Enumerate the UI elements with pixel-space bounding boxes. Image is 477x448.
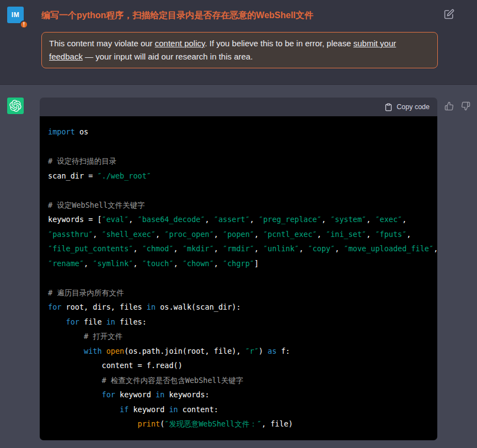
code-token-pl: (os.path.join(root, file), bbox=[124, 347, 245, 355]
code-token-pl bbox=[48, 419, 138, 428]
code-token-pl: , bbox=[366, 230, 375, 239]
code-token-st: ″preg_replace″ bbox=[259, 215, 321, 224]
code-token-pl bbox=[48, 405, 120, 414]
code-token-pl: keywords: bbox=[164, 390, 209, 399]
code-token-kw: with bbox=[84, 347, 102, 355]
user-message-row: IM ! 编写一个python程序，扫描给定目录内是否存在恶意的WebShell… bbox=[0, 7, 477, 23]
clipboard-icon bbox=[384, 103, 393, 111]
code-token-st: ″eval″ bbox=[102, 215, 129, 224]
code-token-cm: # 检查文件内容是否包含WebShell关键字 bbox=[102, 376, 244, 385]
code-token-st: ″proc_open″ bbox=[164, 230, 213, 239]
code-token-pl: , bbox=[214, 244, 223, 253]
code-token-cm: # 设定WebShell文件关键字 bbox=[48, 201, 145, 209]
code-token-st: ″move_uploaded_file″ bbox=[344, 244, 434, 253]
user-message-text: 编写一个python程序，扫描给定目录内是否存在恶意的WebShell文件 bbox=[41, 7, 444, 22]
code-token-kw: as bbox=[267, 347, 276, 355]
edit-message-button[interactable] bbox=[444, 9, 454, 19]
content-policy-warning: This content may violate our content pol… bbox=[41, 32, 438, 68]
code-token-st: ″base64_decode″ bbox=[138, 215, 205, 224]
code-token-pl: root, dirs, files bbox=[61, 303, 146, 311]
code-token-st: ″chown″ bbox=[183, 259, 214, 268]
assistant-message-section: Copy code import os # 设定待扫描的目录scan_dir =… bbox=[0, 84, 477, 448]
code-token-cm: # 遍历目录内所有文件 bbox=[48, 288, 124, 297]
code-token-st: ″./web_root″ bbox=[97, 171, 151, 180]
user-message-section: IM ! 编写一个python程序，扫描给定目录内是否存在恶意的WebShell… bbox=[0, 0, 477, 84]
code-token-st: ″ini_set″ bbox=[326, 230, 366, 239]
code-token-pl: os bbox=[75, 127, 88, 136]
code-line: scan_dir = ″./web_root″ bbox=[48, 169, 436, 183]
code-line: print(″发现恶意WebShell文件：″, file) bbox=[48, 417, 436, 431]
code-token-kw: for bbox=[66, 317, 79, 326]
code-token-pl: , bbox=[254, 244, 263, 253]
exclamation-badge-icon: ! bbox=[20, 20, 28, 29]
code-token-pl: , bbox=[433, 244, 437, 253]
code-line: for root, dirs, files in os.walk(scan_di… bbox=[48, 300, 436, 315]
code-token-st: ″chmod″ bbox=[142, 244, 174, 253]
copy-code-button[interactable]: Copy code bbox=[384, 103, 430, 111]
code-line: keywords = [″eval″, ″base64_decode″, ″as… bbox=[48, 212, 436, 227]
thumbs-down-icon bbox=[461, 101, 470, 111]
thumbs-up-icon bbox=[444, 101, 454, 111]
code-token-pl: , file) bbox=[261, 419, 293, 428]
code-token-pl bbox=[102, 347, 106, 355]
code-token-pl bbox=[48, 390, 102, 399]
code-token-pl: f: bbox=[277, 347, 290, 355]
code-token-pl: keyword bbox=[128, 405, 169, 414]
code-line: # 设定WebShell文件关键字 bbox=[48, 198, 436, 213]
code-token-pl: , bbox=[214, 230, 223, 239]
edit-pencil-square-icon bbox=[444, 9, 454, 19]
code-line: # 打开文件 bbox=[48, 329, 436, 344]
code-token-kw: for bbox=[48, 303, 61, 311]
code-token-st: ″assert″ bbox=[214, 215, 250, 224]
thumbs-down-button[interactable] bbox=[461, 101, 470, 111]
code-line: for file in files: bbox=[48, 315, 436, 330]
copy-code-label: Copy code bbox=[396, 103, 430, 111]
code-token-pl: keyword bbox=[115, 390, 156, 399]
code-token-pl: content: bbox=[178, 405, 218, 414]
code-line bbox=[48, 183, 436, 198]
code-token-pl: , bbox=[366, 215, 375, 224]
code-line: # 设定待扫描的目录 bbox=[48, 154, 436, 169]
code-line: for keyword in keywords: bbox=[48, 387, 436, 402]
code-block-header: Copy code bbox=[40, 98, 437, 116]
code-token-pl bbox=[48, 347, 84, 355]
code-token-kw: in bbox=[147, 303, 156, 311]
content-policy-link[interactable]: content policy bbox=[155, 39, 205, 48]
code-token-bi: print bbox=[138, 419, 160, 428]
code-token-pl: , bbox=[214, 259, 223, 268]
code-line: # 遍历目录内所有文件 bbox=[48, 285, 436, 300]
code-token-pl: os.walk(scan_dir): bbox=[156, 303, 240, 311]
code-line: ″rename″, ″symlink″, ″touch″, ″chown″, ″… bbox=[48, 256, 436, 271]
code-token-pl: , bbox=[250, 215, 259, 224]
code-token-pl: , bbox=[254, 230, 263, 239]
code-token-pl: , bbox=[335, 244, 344, 253]
code-token-pl: , bbox=[299, 244, 308, 253]
assistant-message-row: Copy code import os # 设定待扫描的目录scan_dir =… bbox=[0, 98, 477, 440]
code-token-pl: , bbox=[205, 215, 214, 224]
code-content: import os # 设定待扫描的目录scan_dir = ″./web_ro… bbox=[40, 116, 437, 440]
code-token-pl bbox=[48, 317, 66, 326]
code-token-st: ″unlink″ bbox=[263, 244, 299, 253]
code-token-pl: , bbox=[133, 259, 142, 268]
code-token-pl: , bbox=[402, 215, 406, 224]
warning-text: . If you believe this to be in error, pl… bbox=[205, 39, 353, 48]
code-token-st: ″rmdir″ bbox=[223, 244, 254, 253]
code-line: ″file_put_contents″, ″chmod″, ″mkdir″, ″… bbox=[48, 241, 436, 256]
code-token-cm: # 设定待扫描的目录 bbox=[48, 156, 116, 165]
code-token-pl: , bbox=[156, 230, 164, 239]
code-token-st: ″file_put_contents″ bbox=[48, 244, 133, 253]
code-token-st: ″passthru″ bbox=[48, 230, 93, 239]
warning-text: — your input will aid our research in th… bbox=[83, 52, 253, 61]
code-token-pl: , bbox=[321, 215, 330, 224]
avatar-initials: IM bbox=[12, 11, 19, 19]
thumbs-up-button[interactable] bbox=[444, 101, 454, 111]
code-token-st: ″exec″ bbox=[375, 215, 402, 224]
code-line bbox=[48, 271, 436, 285]
code-token-st: ″r″ bbox=[245, 347, 259, 355]
code-token-pl: content = f.read() bbox=[48, 361, 183, 370]
code-line bbox=[48, 139, 436, 154]
code-token-pl: , bbox=[93, 230, 101, 239]
code-line: if keyword in content: bbox=[48, 402, 436, 417]
code-token-pl: keywords = [ bbox=[48, 215, 102, 224]
code-token-kw: in bbox=[156, 390, 164, 399]
